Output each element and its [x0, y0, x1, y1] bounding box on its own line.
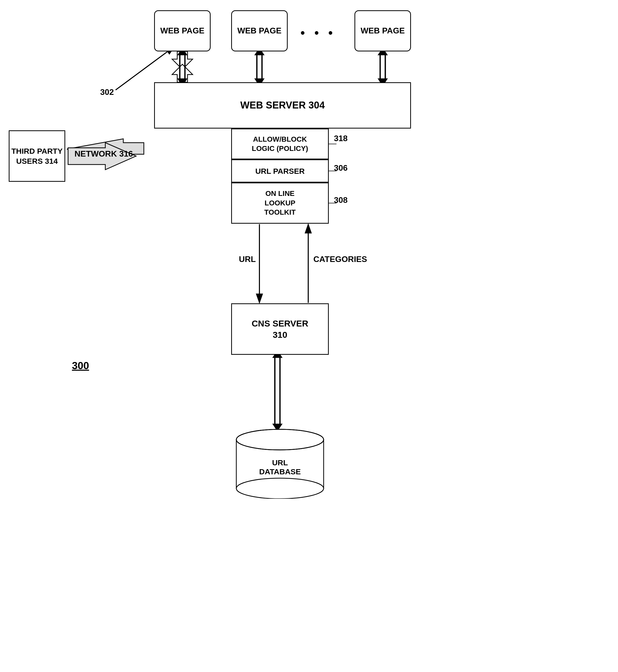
lookup-label: ON LINELOOKUPTOOLKIT — [264, 189, 296, 217]
web-page-3-box: WEB PAGE — [354, 10, 411, 52]
svg-text:URL: URL — [272, 458, 288, 467]
cns-server-label: CNS SERVER310 — [252, 318, 308, 340]
web-server-label: WEB SERVER 304 — [240, 99, 325, 111]
lookup-toolkit-box: ON LINELOOKUPTOOLKIT — [231, 182, 329, 224]
ref-318-label: 318 — [334, 134, 347, 143]
allow-block-box: ALLOW/BLOCKLOGIC (POLICY) — [231, 129, 329, 159]
third-party-label: THIRD PARTYUSERS 314 — [11, 146, 63, 166]
categories-arrow-label: CATEGORIES — [313, 254, 367, 264]
url-database-container: URL DATABASE — [231, 427, 329, 499]
third-party-users-box: THIRD PARTYUSERS 314 — [9, 130, 65, 182]
web-page-2-label: WEB PAGE — [237, 25, 282, 36]
network-label: NETWORK 316 — [75, 149, 133, 159]
url-arrow-label: URL — [239, 254, 256, 264]
web-server-box: WEB SERVER 304 — [154, 82, 411, 129]
url-parser-label: URL PARSER — [255, 166, 305, 176]
ref-308-label: 308 — [334, 195, 347, 205]
web-page-3-label: WEB PAGE — [360, 25, 405, 36]
url-database-svg: URL DATABASE — [231, 427, 329, 499]
svg-point-35 — [236, 478, 324, 499]
svg-point-36 — [237, 430, 323, 449]
web-page-2-box: WEB PAGE — [231, 10, 288, 52]
svg-marker-5 — [172, 52, 193, 69]
diagram-number-label: 300 — [72, 360, 89, 371]
svg-marker-6 — [172, 64, 193, 82]
allow-block-label: ALLOW/BLOCKLOGIC (POLICY) — [252, 135, 308, 154]
svg-text:DATABASE: DATABASE — [259, 468, 301, 476]
web-page-1-box: WEB PAGE — [154, 10, 211, 52]
web-page-1-label: WEB PAGE — [160, 25, 204, 36]
url-parser-box: URL PARSER — [231, 159, 329, 182]
ref-302-label: 302 — [100, 87, 114, 97]
ellipsis-dots: • • • — [301, 26, 336, 40]
ref-306-label: 306 — [334, 163, 347, 173]
diagram-container: WEB PAGE WEB PAGE WEB PAGE • • • THIRD P… — [0, 0, 618, 672]
cns-server-box: CNS SERVER310 — [231, 303, 329, 355]
